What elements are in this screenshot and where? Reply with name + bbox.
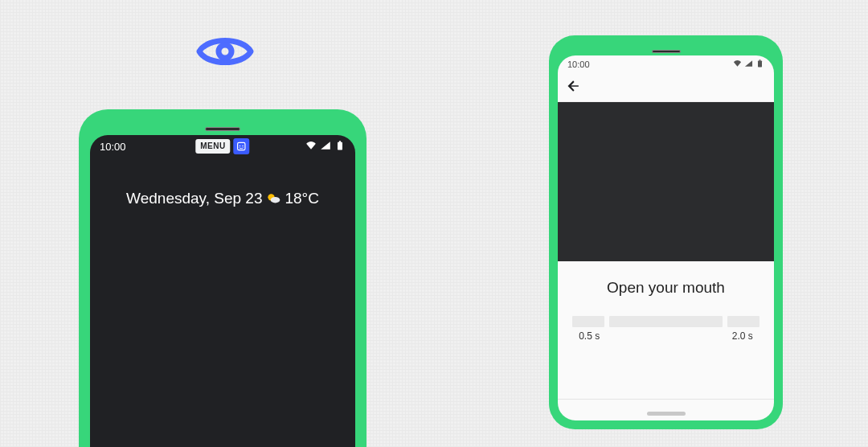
- app-top-bar: [558, 73, 774, 102]
- phone-frame-right: 10:00 Open your mouth 0.5 s: [549, 35, 783, 429]
- gesture-duration-slider[interactable]: [558, 316, 774, 327]
- phone-screen-right: 10:00 Open your mouth 0.5 s: [558, 55, 774, 420]
- camera-preview: [558, 102, 774, 261]
- status-center-pills: MENU: [195, 138, 249, 154]
- status-bar: 10:00: [558, 55, 774, 73]
- svg-rect-9: [760, 59, 761, 61]
- home-temperature: 18°C: [285, 190, 318, 207]
- status-right-icons: [305, 141, 346, 153]
- wifi-icon: [733, 59, 742, 69]
- signal-icon: [744, 59, 753, 69]
- slider-label-min: 0.5 s: [572, 330, 606, 342]
- svg-rect-5: [339, 141, 341, 142]
- gesture-instruction-block: Open your mouth 0.5 s 2.0 s: [558, 261, 774, 348]
- earpiece-slot: [652, 50, 681, 53]
- face-switch-icon[interactable]: [234, 138, 250, 154]
- slider-segment: [727, 316, 760, 327]
- wifi-icon: [305, 141, 317, 153]
- svg-point-3: [243, 146, 244, 147]
- earpiece-slot: [205, 127, 240, 131]
- svg-point-7: [271, 197, 280, 203]
- phone-frame-left: 10:00 MENU Wednesday, Sep 23 18°C: [79, 109, 366, 447]
- svg-point-2: [240, 146, 241, 147]
- status-clock: 10:00: [100, 141, 126, 153]
- eye-icon: [196, 34, 254, 69]
- accessibility-menu-pill[interactable]: MENU: [195, 139, 230, 154]
- partly-cloudy-icon: [265, 191, 281, 207]
- status-bar: 10:00 MENU: [90, 135, 355, 158]
- home-date-text: Wednesday, Sep 23: [126, 190, 262, 207]
- phone-screen-left: 10:00 MENU Wednesday, Sep 23 18°C: [90, 135, 355, 447]
- battery-icon: [755, 59, 764, 69]
- bottom-divider: [558, 399, 774, 400]
- slider-segment: [609, 316, 723, 327]
- svg-rect-1: [238, 142, 245, 150]
- status-clock: 10:00: [567, 59, 590, 69]
- slider-label-max: 2.0 s: [726, 330, 760, 342]
- slider-labels: 0.5 s 2.0 s: [558, 327, 774, 342]
- signal-icon: [320, 141, 331, 153]
- svg-rect-8: [758, 61, 762, 68]
- status-right-icons: [733, 59, 764, 69]
- back-arrow-icon[interactable]: [566, 78, 582, 97]
- battery-icon: [334, 141, 346, 153]
- svg-point-0: [219, 45, 231, 58]
- gesture-instruction-text: Open your mouth: [558, 279, 774, 297]
- slider-segment: [572, 316, 604, 327]
- home-gesture-pill[interactable]: [647, 412, 686, 416]
- gesture-nav-area[interactable]: [558, 412, 774, 416]
- home-date-weather[interactable]: Wednesday, Sep 23 18°C: [90, 190, 355, 207]
- svg-rect-4: [338, 141, 342, 150]
